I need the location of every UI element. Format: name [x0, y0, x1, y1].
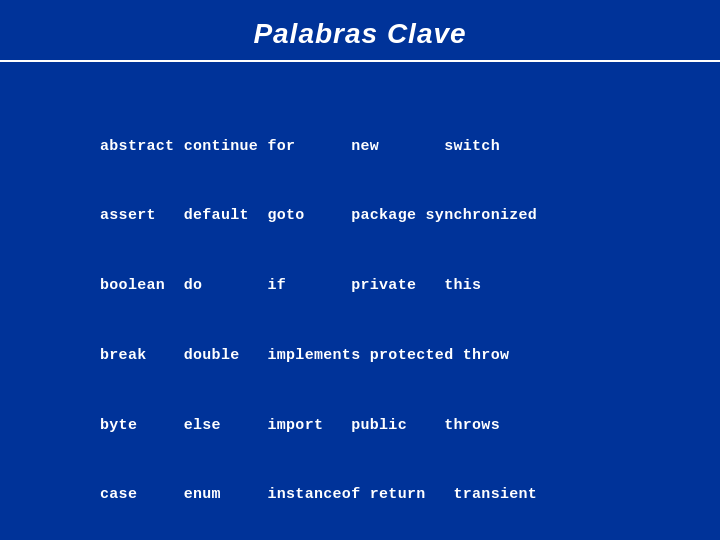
keyword-line-3: boolean do if private this [100, 274, 640, 297]
slide-title: Palabras Clave [0, 18, 720, 50]
keyword-line-2: assert default goto package synchronized [100, 204, 640, 227]
title-bar: Palabras Clave [0, 0, 720, 62]
keyword-line-6: case enum instanceof return transient [100, 483, 640, 506]
keyword-line-1: abstract continue for new switch [100, 135, 640, 158]
content-area: abstract continue for new switch assert … [0, 70, 720, 540]
keyword-line-5: byte else import public throws [100, 414, 640, 437]
keyword-line-4: break double implements protected throw [100, 344, 640, 367]
slide-container: Palabras Clave abstract continue for new… [0, 0, 720, 540]
keywords-table: abstract continue for new switch assert … [100, 88, 640, 540]
